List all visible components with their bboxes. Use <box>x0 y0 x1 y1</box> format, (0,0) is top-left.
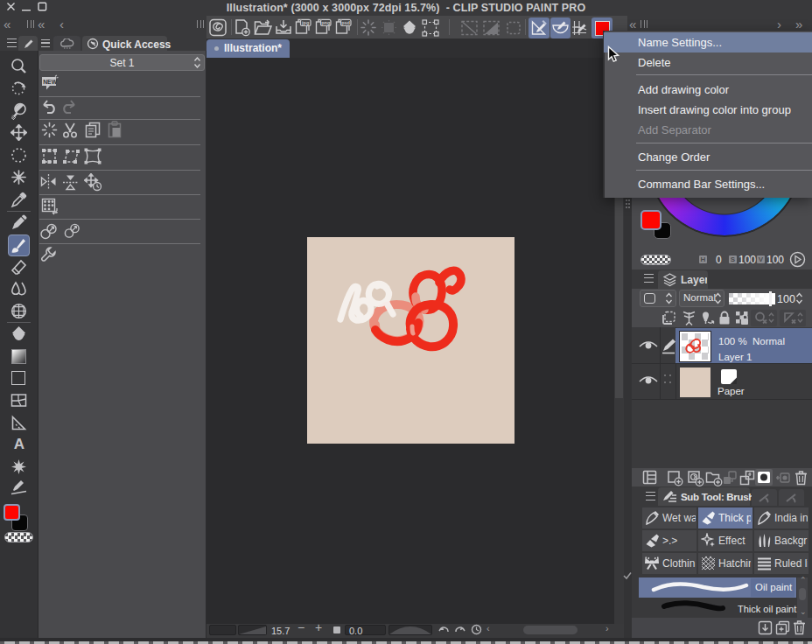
svg-text:psd: psd <box>341 20 350 25</box>
svg-text:NEW: NEW <box>43 79 57 85</box>
svg-text:jpg: jpg <box>301 20 309 25</box>
svg-text:png: png <box>321 20 330 25</box>
